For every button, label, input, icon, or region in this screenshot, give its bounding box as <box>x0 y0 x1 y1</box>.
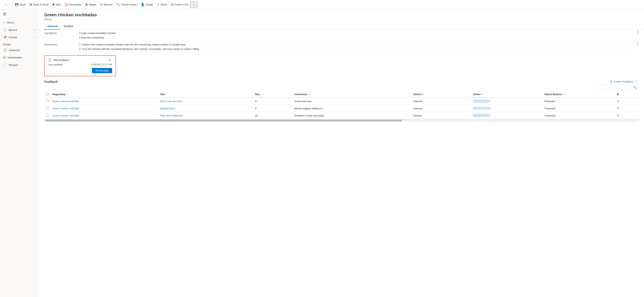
tab-general[interactable]: General <box>44 23 60 30</box>
recent-icon: 🕐 <box>3 28 7 32</box>
delete-button[interactable]: 🗑 Delete <box>83 2 98 7</box>
scroll-down-icon[interactable]: ▼ <box>637 32 638 34</box>
feedback-box-icon: 📋 <box>48 59 52 62</box>
sidebar-item-pinned[interactable]: 📌 Pinned ∨ <box>0 34 38 41</box>
recalculate-button[interactable]: Recalculate <box>92 68 112 73</box>
hamburger-menu[interactable]: ☰ <box>0 9 38 19</box>
save-button[interactable]: 💾 Save <box>13 2 27 7</box>
row-m-0: 7/ <box>615 97 638 105</box>
row-regarding-link-0[interactable]: Green chicken enchilad <box>52 100 88 103</box>
save-icon: 💾 <box>15 3 18 7</box>
th-status-reason-label: Status Reason <box>544 93 562 96</box>
email-link-label: Email a Link <box>174 3 188 6</box>
sidebar-item-recent[interactable]: 🕐 Recent ∨ <box>0 26 38 34</box>
row-checkbox-0[interactable] <box>46 100 49 102</box>
instructions-value: 1. Season the cooked shredded chicken wi… <box>79 41 635 52</box>
ingredients-value: 4 cups cooked shredded chicken 2 tbsp ta… <box>79 30 635 41</box>
search-box: 🔍 <box>596 85 638 90</box>
feedback-box-title: Total feedback <box>53 59 69 62</box>
table-row: Green chicken enchilad Enjoyed them 8 Wo… <box>44 105 638 112</box>
row-checkbox-1[interactable] <box>46 107 49 109</box>
last-updated-value: 7/29/2021 3:37 PM <box>91 63 112 66</box>
save-close-label: Save & Close <box>33 3 48 6</box>
row-check-0 <box>44 97 51 105</box>
sort-icon-rating: ↑↓ <box>262 93 264 95</box>
sidebar-item-home[interactable]: ⌂ Home <box>0 19 38 26</box>
feedback-actions: ⚙ Create Feedback ⋮ <box>610 80 638 84</box>
row-check-2 <box>44 112 51 119</box>
th-owner[interactable]: Owner ∨ <box>471 91 542 97</box>
instructions-label: Instructions <box>44 41 79 52</box>
sidebar-item-label-recipes: Recipes <box>9 64 18 66</box>
email-link-button[interactable]: ✉ Email a Link <box>169 2 190 7</box>
scroll-up-icon-2[interactable]: ▲ <box>637 41 638 44</box>
row-checkbox-2[interactable] <box>46 114 49 116</box>
row-status-2: Proposed <box>542 112 615 119</box>
th-rating-label: Rat... <box>255 93 261 96</box>
save-label: Save <box>20 3 26 6</box>
scroll-down-icon-2[interactable]: ▼ <box>637 44 638 46</box>
th-regarding[interactable]: Regarding ∨ <box>51 91 158 97</box>
check-access-icon: 🔍 <box>116 3 120 7</box>
row-title-link-0[interactable]: One of my new favs <box>160 100 195 103</box>
bottom-scrollbar[interactable] <box>44 119 638 122</box>
row-m-1: 7/ <box>615 105 638 112</box>
sidebar-item-label-home: Home <box>7 21 14 24</box>
row-title-link-2[interactable]: They were delicious! <box>160 114 195 117</box>
save-close-icon: 🖫 <box>29 3 32 6</box>
owner-value-1 <box>473 107 490 110</box>
assign-button[interactable]: 👤 Assign <box>139 2 155 7</box>
search-input[interactable] <box>598 86 634 89</box>
deactivate-button[interactable]: 🚫 Deactivate <box>63 2 83 7</box>
sidebar: ☰ ⌂ Home 🕐 Recent ∨ 📌 Pinned ∨ Group1 📋 … <box>0 9 39 297</box>
sidebar-item-dashboards[interactable]: ⊞ Dashboards <box>0 54 38 61</box>
row-check-1 <box>44 105 51 112</box>
row-owner-2 <box>471 112 542 119</box>
th-source[interactable]: Source ∨ <box>412 91 471 97</box>
assign-label: Assign <box>146 3 153 6</box>
scroll-thumb[interactable] <box>45 120 402 122</box>
refresh-icon: ↻ <box>100 3 102 7</box>
th-status-reason[interactable]: Status Reason ∨ <box>542 91 615 97</box>
form-area: Ingredients 4 cups cooked shredded chick… <box>39 30 644 53</box>
recipes-icon: 📄 <box>3 63 7 67</box>
new-label: New <box>56 3 61 6</box>
create-feedback-button[interactable]: ⚙ Create Feedback <box>610 80 633 83</box>
pinned-icon: 📌 <box>3 36 7 39</box>
feedback-table-wrap: Regarding ∨ Title ∨ <box>44 91 638 119</box>
tab-related[interactable]: Related <box>60 23 76 30</box>
feedback-count: 3 <box>109 59 112 62</box>
select-all-checkbox[interactable] <box>46 93 49 96</box>
scroll-up-icon[interactable]: ▲ <box>637 30 638 32</box>
toolbar-more-button[interactable]: ⋮ <box>190 1 198 8</box>
instructions-scroll: ▲ ▼ <box>635 41 638 52</box>
deactivate-icon: 🚫 <box>64 3 68 7</box>
sidebar-item-subarea1[interactable]: 📋 Subarea1 <box>0 46 38 54</box>
new-button[interactable]: ✚ New <box>50 2 63 7</box>
feedback-section: Feedback ⚙ Create Feedback ⋮ 🔍 <box>39 80 644 122</box>
row-regarding-link-1[interactable]: Green chicken enchilad <box>52 107 88 110</box>
page-header: Green chicken enchiladas Recipe <box>39 9 644 21</box>
th-title[interactable]: Title ∨ <box>158 91 253 97</box>
row-title-link-1[interactable]: Enjoyed them <box>160 107 195 110</box>
page-title: Green chicken enchiladas <box>44 13 638 18</box>
check-access-button[interactable]: 🔍 Check Access <box>114 2 139 7</box>
back-button[interactable]: ← <box>2 2 10 7</box>
feedback-more-button[interactable]: ⋮ <box>636 80 638 84</box>
th-comments[interactable]: Comments ∨ <box>292 91 412 97</box>
share-button[interactable]: ↗ Share <box>155 2 169 7</box>
row-owner-1 <box>471 105 542 112</box>
search-icon[interactable]: 🔍 <box>634 86 637 89</box>
refresh-button[interactable]: ↻ Refresh <box>98 2 114 7</box>
instructions-line2: 2. Toss the chicken with the combined Mo… <box>79 48 199 51</box>
th-source-label: Source <box>413 93 422 96</box>
row-comments-0: Great and easy. <box>292 97 412 105</box>
th-rating[interactable]: Rat... ↑↓ <box>253 91 292 97</box>
sidebar-item-recipes[interactable]: 📄 Recipes <box>0 61 38 69</box>
sort-icon-regarding: ∨ <box>66 93 67 95</box>
home-icon: ⌂ <box>3 21 5 24</box>
save-close-button[interactable]: 🖫 Save & Close <box>27 2 50 7</box>
sidebar-item-label-recent: Recent <box>9 29 17 32</box>
row-regarding-link-2[interactable]: Green chicken enchilad <box>52 114 88 117</box>
tabs: General Related <box>39 23 644 30</box>
